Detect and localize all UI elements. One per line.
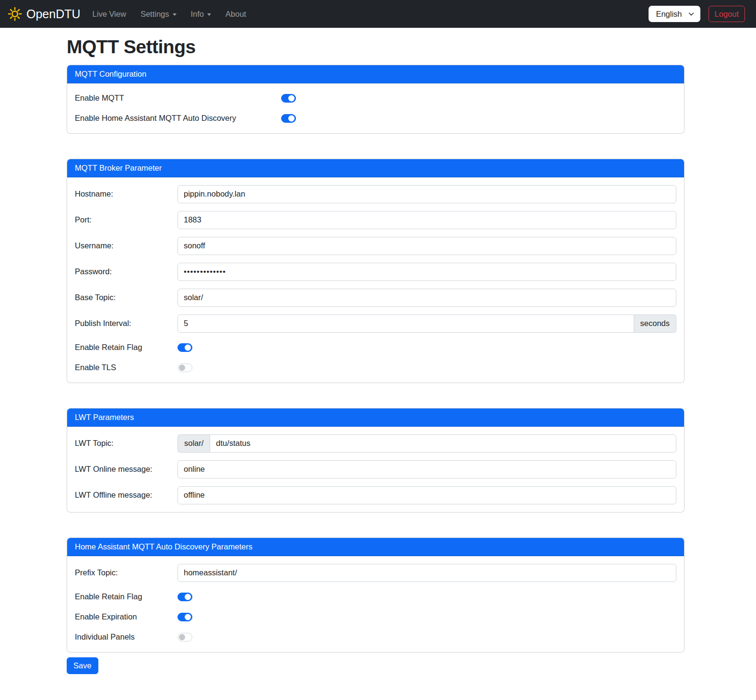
password-row: Password: (75, 263, 676, 281)
lwt-topic-row: LWT Topic: solar/ (75, 434, 676, 453)
lwt-online-input[interactable] (177, 460, 676, 478)
retain-flag-row: Enable Retain Flag (75, 340, 676, 355)
nav-settings-label: Settings (141, 10, 169, 19)
individual-panels-label: Individual Panels (75, 632, 177, 642)
expiration-toggle[interactable] (177, 613, 192, 621)
mqtt-configuration-card: MQTT Configuration Enable MQTT Enable Ho… (67, 65, 685, 134)
card-header: MQTT Configuration (67, 65, 684, 83)
password-input[interactable] (177, 263, 676, 281)
enable-hass-discovery-row: Enable Home Assistant MQTT Auto Discover… (75, 111, 676, 126)
base-topic-label: Base Topic: (75, 293, 177, 302)
navbar-right: English Logout (649, 6, 745, 22)
brand[interactable]: OpenDTU (8, 7, 81, 21)
hass-retain-flag-toggle[interactable] (177, 593, 192, 601)
hass-auto-discovery-toggle[interactable] (281, 114, 296, 123)
navbar-left: OpenDTU Live View Settings Info About (8, 6, 253, 23)
username-row: Username: (75, 237, 676, 255)
lwt-online-row: LWT Online message: (75, 460, 676, 478)
port-label: Port: (75, 215, 177, 224)
chevron-down-icon (688, 11, 695, 17)
enable-hass-discovery-label: Enable Home Assistant MQTT Auto Discover… (75, 114, 281, 123)
username-input[interactable] (177, 237, 676, 255)
lwt-topic-input[interactable] (210, 434, 676, 453)
hostname-row: Hostname: (75, 185, 676, 203)
card-body: Prefix Topic: Enable Retain Flag Enable … (67, 556, 684, 652)
sun-icon (8, 7, 22, 21)
publish-interval-row: Publish Interval: seconds (75, 315, 676, 333)
card-body: LWT Topic: solar/ LWT Online message: LW… (67, 427, 684, 512)
lwt-offline-input[interactable] (177, 486, 676, 504)
hostname-input[interactable] (177, 185, 676, 203)
tls-label: Enable TLS (75, 363, 177, 372)
nav-about-label: About (225, 10, 246, 19)
prefix-topic-label: Prefix Topic: (75, 568, 177, 577)
nav-live-view-label: Live View (93, 10, 126, 19)
enable-mqtt-toggle[interactable] (281, 94, 296, 103)
language-select[interactable]: English (649, 6, 700, 22)
enable-mqtt-label: Enable MQTT (75, 93, 281, 103)
port-input[interactable] (177, 211, 676, 229)
lwt-offline-row: LWT Offline message: (75, 486, 676, 504)
caret-down-icon (207, 13, 211, 16)
caret-down-icon (173, 13, 177, 16)
logout-button[interactable]: Logout (709, 6, 745, 22)
tls-toggle[interactable] (177, 363, 192, 372)
mqtt-broker-card: MQTT Broker Parameter Hostname: Port: Us… (67, 159, 685, 383)
card-header: LWT Parameters (67, 408, 684, 427)
language-selected-value: English (656, 10, 682, 19)
publish-interval-input[interactable] (177, 315, 634, 333)
main-content: MQTT Settings MQTT Configuration Enable … (67, 28, 685, 674)
lwt-topic-label: LWT Topic: (75, 439, 177, 448)
prefix-topic-input[interactable] (177, 564, 676, 582)
save-button[interactable]: Save (67, 657, 98, 674)
username-label: Username: (75, 241, 177, 250)
nav-item-info[interactable]: Info (184, 6, 219, 23)
hass-discovery-card: Home Assistant MQTT Auto Discovery Param… (67, 537, 685, 653)
nav-links: Live View Settings Info About (85, 6, 254, 23)
lwt-offline-label: LWT Offline message: (75, 490, 177, 500)
nav-info-label: Info (191, 10, 204, 19)
expiration-row: Enable Expiration (75, 610, 676, 624)
card-header: MQTT Broker Parameter (67, 159, 684, 177)
publish-interval-label: Publish Interval: (75, 319, 177, 328)
card-body: Enable MQTT Enable Home Assistant MQTT A… (67, 83, 684, 133)
individual-panels-row: Individual Panels (75, 630, 676, 644)
hostname-label: Hostname: (75, 189, 177, 198)
nav-item-settings[interactable]: Settings (133, 6, 184, 23)
base-topic-input[interactable] (177, 289, 676, 307)
tls-row: Enable TLS (75, 361, 676, 375)
card-header: Home Assistant MQTT Auto Discovery Param… (67, 538, 684, 556)
enable-mqtt-row: Enable MQTT (75, 91, 676, 105)
nav-item-about[interactable]: About (218, 6, 253, 23)
retain-flag-label: Enable Retain Flag (75, 343, 177, 352)
lwt-topic-prefix-addon: solar/ (177, 434, 210, 453)
hass-retain-label: Enable Retain Flag (75, 592, 177, 601)
port-row: Port: (75, 211, 676, 229)
nav-item-live-view[interactable]: Live View (85, 6, 133, 23)
page-title: MQTT Settings (67, 37, 685, 57)
password-label: Password: (75, 267, 177, 276)
navbar: OpenDTU Live View Settings Info About En… (0, 0, 756, 28)
expiration-label: Enable Expiration (75, 612, 177, 621)
card-body: Hostname: Port: Username: Password: (67, 177, 684, 383)
lwt-parameters-card: LWT Parameters LWT Topic: solar/ LWT Onl… (67, 408, 685, 513)
base-topic-row: Base Topic: (75, 289, 676, 307)
retain-flag-toggle[interactable] (177, 343, 192, 352)
brand-label: OpenDTU (26, 7, 81, 21)
prefix-topic-row: Prefix Topic: (75, 564, 676, 582)
individual-panels-toggle[interactable] (177, 633, 192, 642)
seconds-addon: seconds (634, 315, 676, 333)
lwt-online-label: LWT Online message: (75, 465, 177, 474)
hass-retain-row: Enable Retain Flag (75, 590, 676, 604)
